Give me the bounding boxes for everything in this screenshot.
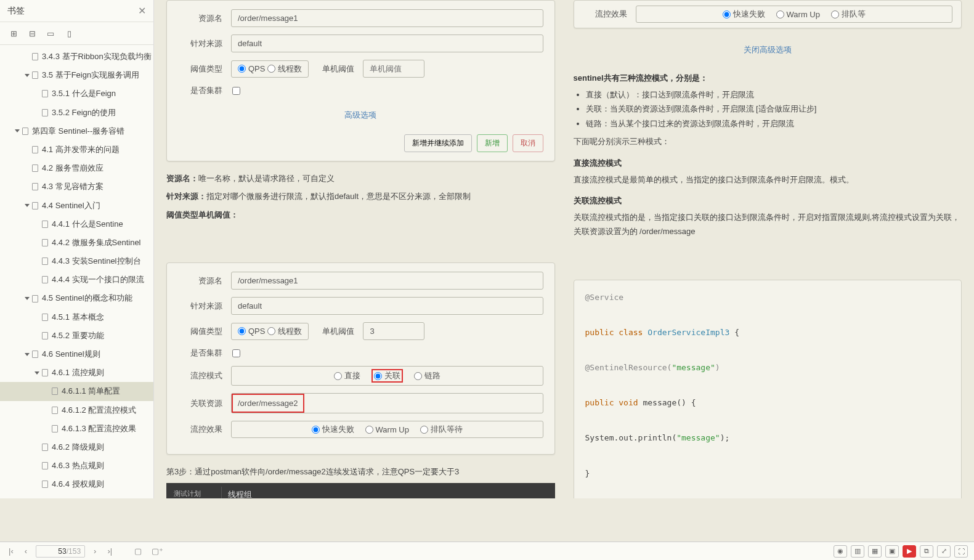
input-relation-resource[interactable]: /order/message2 bbox=[232, 394, 304, 413]
document-view[interactable]: 资源名 针对来源 阈值类型 QPS 线程数 单机阈值 bbox=[154, 0, 974, 498]
nav-item[interactable]: 4.6.3 热点规则 bbox=[0, 457, 153, 475]
radio-flow-mode[interactable]: 直接 关联 链路 bbox=[231, 366, 543, 386]
bookmark-icon bbox=[42, 239, 48, 246]
radio-warmup[interactable] bbox=[365, 426, 373, 434]
input-single-threshold[interactable] bbox=[363, 60, 424, 78]
input-resource-2[interactable] bbox=[231, 272, 543, 290]
input-single-2[interactable] bbox=[363, 322, 424, 340]
step3-text: 第3步：通过postman软件向/order/message2连续发送请求，注意… bbox=[166, 465, 555, 479]
label-threshold-type: 阈值类型 bbox=[178, 63, 222, 75]
modes-list: 直接（默认）：接口达到限流条件时，开启限流 关联：当关联的资源达到限流条件时，开… bbox=[574, 87, 962, 131]
nav-item[interactable]: 4.6.1.2 配置流控模式 bbox=[0, 401, 153, 420]
radio-qps-2[interactable] bbox=[238, 327, 246, 335]
bookmark-icon bbox=[32, 146, 38, 153]
nav-label: 4.6 Sentinel规则 bbox=[42, 349, 100, 360]
nav-item[interactable]: 4.5.2 重要功能 bbox=[0, 327, 153, 345]
radio-qps[interactable] bbox=[238, 65, 246, 73]
nav-item[interactable]: 3.5.2 Feign的使用 bbox=[0, 103, 153, 122]
bookmark-icon bbox=[42, 90, 48, 97]
nav-item[interactable]: 第四章 Sentinel--服务容错 bbox=[0, 122, 153, 140]
bookmark-icon bbox=[32, 164, 38, 172]
radio-relation[interactable] bbox=[374, 372, 382, 380]
input-resource[interactable] bbox=[231, 9, 543, 27]
radio-fail-r[interactable] bbox=[723, 10, 731, 18]
nav-item[interactable]: 4.6 Sentinel规则 bbox=[0, 345, 153, 363]
radio-threads-2[interactable] bbox=[267, 327, 275, 335]
chevron-down-icon bbox=[15, 129, 20, 132]
bookmark-icon bbox=[32, 71, 38, 79]
radio-threshold-type-2[interactable]: QPS 线程数 bbox=[231, 323, 309, 340]
mode-link-desc: 链路：当从某个接口过来的资源达到限流条件时，开启限流 bbox=[586, 116, 962, 131]
nav-item[interactable]: 3.5 基于Feign实现服务调用 bbox=[0, 66, 153, 84]
label-relation-resource: 关联资源 bbox=[178, 398, 222, 409]
close-icon[interactable]: ✕ bbox=[138, 5, 146, 17]
nav-item[interactable]: 4.6.4 授权规则 bbox=[0, 475, 153, 493]
radio-threads[interactable] bbox=[267, 65, 275, 73]
desc-resource: 资源名：唯一名称，默认是请求路径，可自定义 bbox=[166, 171, 555, 185]
nav-label: 4.5.2 重要功能 bbox=[52, 330, 104, 341]
checkbox-cluster[interactable] bbox=[232, 87, 240, 95]
postman-screenshot: 测试计划 线程组 HTTP请求 线程组 名称：线程组 注释： bbox=[166, 483, 555, 498]
nav-label: 4.1 高并发带来的问题 bbox=[42, 144, 120, 155]
nav-item[interactable]: 4.5.1 基本概念 bbox=[0, 308, 153, 327]
nav-item[interactable]: 4.6.1 流控规则 bbox=[0, 363, 153, 382]
btn-add-continue[interactable]: 新增并继续添加 bbox=[404, 134, 472, 152]
bookmark-icon bbox=[42, 314, 48, 321]
btn-cancel[interactable]: 取消 bbox=[513, 134, 543, 152]
nav-label: 4.6.1.3 配置流控效果 bbox=[62, 423, 136, 434]
radio-queue[interactable] bbox=[420, 426, 428, 434]
radio-effect[interactable]: 快速失败 Warm Up 排队等待 bbox=[231, 421, 543, 438]
nav-item[interactable]: 4.6.1.3 配置流控效果 bbox=[0, 420, 153, 438]
nav-label: 3.4.3 基于Ribbon实现负载均衡 bbox=[42, 51, 152, 62]
nav-label: 第四章 Sentinel--服务容错 bbox=[32, 126, 124, 137]
bookmark-icon bbox=[32, 295, 38, 302]
bookmark-icon bbox=[42, 369, 48, 376]
bookmark-icon bbox=[52, 388, 58, 395]
advanced-options-link[interactable]: 高级选项 bbox=[178, 103, 543, 129]
label-effect-r: 流控效果 bbox=[583, 9, 627, 20]
nav-item[interactable]: 3.4.3 基于Ribbon实现负载均衡 bbox=[0, 47, 153, 66]
nav-item[interactable]: 4.4.3 安装Sentinel控制台 bbox=[0, 252, 153, 270]
bookmark-icon bbox=[42, 462, 48, 469]
checkbox-cluster-2[interactable] bbox=[232, 349, 240, 357]
bookmark-alt-icon[interactable]: ▯ bbox=[64, 28, 74, 38]
nav-label: 4.4.3 安装Sentinel控制台 bbox=[52, 256, 141, 267]
close-advanced-link[interactable]: 关闭高级选项 bbox=[574, 38, 962, 64]
radio-direct[interactable] bbox=[334, 372, 342, 380]
nav-item[interactable]: 4.5 Sentinel的概念和功能 bbox=[0, 289, 153, 307]
h-relation: 关联流控模式 bbox=[574, 195, 962, 206]
collapse-icon[interactable]: ⊟ bbox=[27, 28, 37, 38]
nav-label: 4.6.1 流控规则 bbox=[52, 367, 104, 378]
expand-icon[interactable]: ⊞ bbox=[9, 28, 18, 38]
nav-item[interactable]: 3.5.1 什么是Feign bbox=[0, 84, 153, 103]
btn-add[interactable]: 新增 bbox=[477, 134, 508, 152]
nav-label: 4.2 服务雪崩效应 bbox=[42, 163, 103, 174]
nav-item[interactable]: 4.4.2 微服务集成Sentinel bbox=[0, 233, 153, 252]
nav-item[interactable]: 4.2 服务雪崩效应 bbox=[0, 159, 153, 177]
radio-link[interactable] bbox=[414, 372, 422, 380]
radio-warmup-r[interactable] bbox=[776, 10, 784, 18]
nav-label: 4.6.2 降级规则 bbox=[52, 442, 104, 453]
bookmark-icon[interactable]: ▭ bbox=[46, 28, 55, 38]
nav-item[interactable]: 4.6.2 降级规则 bbox=[0, 438, 153, 457]
radio-queue-r[interactable] bbox=[831, 10, 839, 18]
radio-effect-r[interactable]: 快速失败 Warm Up 排队等 bbox=[636, 6, 953, 23]
bookmark-icon bbox=[52, 407, 58, 414]
effect-panel-top: 流控效果 快速失败 Warm Up 排队等 bbox=[574, 0, 962, 28]
radio-threshold-type[interactable]: QPS 线程数 bbox=[231, 60, 309, 78]
input-source-2[interactable] bbox=[231, 297, 543, 315]
bookmark-icon bbox=[42, 481, 48, 488]
nav-label: 4.6.1.1 简单配置 bbox=[62, 386, 120, 397]
nav-item[interactable]: 4.4.1 什么是Sentine bbox=[0, 215, 153, 233]
nav-label: 4.6.1.2 配置流控模式 bbox=[62, 405, 136, 416]
nav-item[interactable]: 4.4.4 实现一个接口的限流 bbox=[0, 270, 153, 289]
nav-item[interactable]: 4.1 高并发带来的问题 bbox=[0, 140, 153, 159]
nav-label: 3.5.2 Feign的使用 bbox=[52, 107, 116, 118]
nav-item[interactable]: 4.4 Sentinel入门 bbox=[0, 197, 153, 215]
nav-item[interactable]: 4.6.1.1 简单配置 bbox=[0, 382, 153, 400]
nav-item[interactable]: 4.6.5 系统规则 bbox=[0, 494, 153, 499]
radio-fail[interactable] bbox=[312, 426, 320, 434]
nav-item[interactable]: 4.3 常见容错方案 bbox=[0, 177, 153, 196]
input-source[interactable] bbox=[231, 34, 543, 52]
mode-direct-desc: 直接（默认）：接口达到限流条件时，开启限流 bbox=[586, 87, 962, 102]
